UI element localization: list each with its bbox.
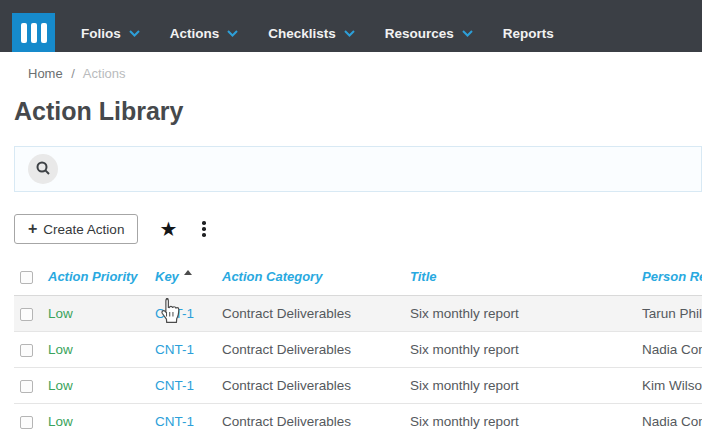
select-all-checkbox[interactable] [20,271,33,284]
table-row: Low CNT-1 Contract Deliverables Six mont… [14,296,702,332]
nav-item-label: Resources [385,26,454,41]
kebab-menu-icon[interactable] [200,219,208,239]
key-link[interactable]: CNT-1 [155,306,194,321]
create-action-button[interactable]: + Create Action [14,214,138,244]
app-logo[interactable] [12,13,55,52]
search-button[interactable] [28,154,58,184]
title-cell: Six monthly report [410,332,642,368]
logo-bar [21,23,27,43]
plus-icon: + [28,221,37,237]
row-checkbox[interactable] [20,308,33,321]
table-row: Low CNT-1 Contract Deliverables Six mont… [14,404,702,434]
nav-item-checklists[interactable]: Checklists [268,26,355,41]
row-checkbox[interactable] [20,380,33,393]
row-checkbox[interactable] [20,416,33,429]
logo-bar [41,23,47,43]
nav-item-reports[interactable]: Reports [503,26,554,41]
search-icon [35,160,51,179]
chevron-down-icon [129,30,140,37]
title-cell: Six monthly report [410,368,642,404]
nav-item-folios[interactable]: Folios [81,26,140,41]
breadcrumb-home-link[interactable]: Home [28,66,63,81]
person-cell: Nadia Conn [642,332,702,368]
action-table: Action Priority Key Action Category Titl… [14,263,702,434]
person-cell: Tarun Phill [642,296,702,332]
star-icon[interactable]: ★ [159,219,177,239]
person-cell: Nadia Conn [642,404,702,434]
key-link[interactable]: CNT-1 [155,342,194,357]
chevron-down-icon [227,30,238,37]
nav-item-actions[interactable]: Actions [170,26,239,41]
table-row: Low CNT-1 Contract Deliverables Six mont… [14,332,702,368]
page-title: Action Library [14,97,702,126]
key-link[interactable]: CNT-1 [155,414,194,429]
column-header-action-category[interactable]: Action Category [222,263,410,296]
table-header-row: Action Priority Key Action Category Titl… [14,263,702,296]
title-cell: Six monthly report [410,404,642,434]
sort-asc-icon [184,270,192,275]
breadcrumb: Home / Actions [28,66,702,81]
category-cell: Contract Deliverables [222,404,410,434]
person-cell: Kim Wilson [642,368,702,404]
search-bar [14,146,702,192]
column-header-action-priority[interactable]: Action Priority [48,263,155,296]
category-cell: Contract Deliverables [222,296,410,332]
nav-item-label: Folios [81,26,121,41]
action-toolbar: + Create Action ★ [14,214,702,244]
logo-bar [31,23,37,43]
create-action-label: Create Action [43,222,124,237]
category-cell: Contract Deliverables [222,332,410,368]
table-row: Low CNT-1 Contract Deliverables Six mont… [14,368,702,404]
column-header-key[interactable]: Key [155,263,222,296]
top-navbar: Folios Actions Checklists Resources Repo… [0,0,702,52]
breadcrumb-current: Actions [83,66,126,81]
breadcrumb-separator: / [71,66,75,81]
search-input[interactable] [58,147,701,191]
column-header-person-responsible[interactable]: Person Respo [642,263,702,296]
chevron-down-icon [462,30,473,37]
nav-item-resources[interactable]: Resources [385,26,473,41]
nav-item-label: Actions [170,26,220,41]
nav-item-label: Reports [503,26,554,41]
nav-menu: Folios Actions Checklists Resources Repo… [81,26,584,41]
priority-cell: Low [48,296,155,332]
column-header-title[interactable]: Title [410,263,642,296]
nav-item-label: Checklists [268,26,336,41]
priority-cell: Low [48,332,155,368]
priority-cell: Low [48,404,155,434]
priority-cell: Low [48,368,155,404]
title-cell: Six monthly report [410,296,642,332]
row-checkbox[interactable] [20,344,33,357]
key-link[interactable]: CNT-1 [155,378,194,393]
category-cell: Contract Deliverables [222,368,410,404]
chevron-down-icon [344,30,355,37]
